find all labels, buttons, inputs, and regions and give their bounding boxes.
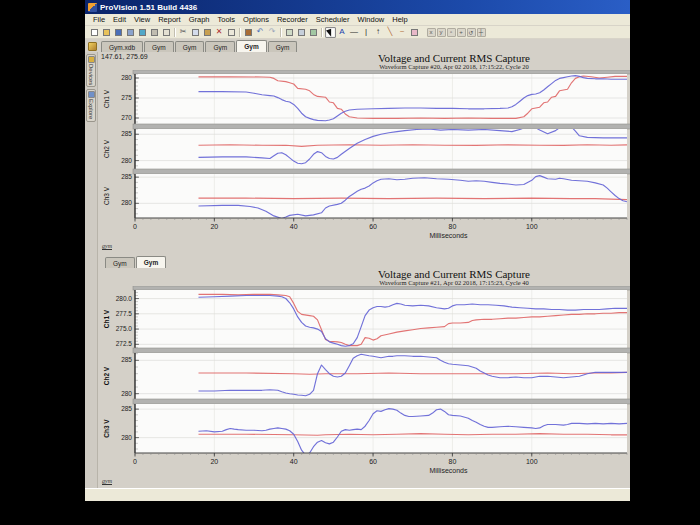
inner-tab-0[interactable]: Gym — [105, 257, 135, 268]
paste-special-icon-glyph — [228, 29, 235, 36]
toolbar-separator — [319, 27, 324, 38]
arrow-tool-icon[interactable]: ↑ — [373, 27, 384, 38]
graph-add-icon-glyph — [298, 29, 305, 36]
y-tick-label: 280 — [121, 434, 132, 441]
explorer-icon — [88, 91, 95, 98]
graph-add-icon[interactable] — [296, 27, 307, 38]
graph-grid-icon-glyph — [310, 29, 317, 36]
pointer-tool-icon[interactable] — [325, 27, 336, 38]
chart-subtitle: Waveform Capture #21, Apr 02 2018, 17:15… — [269, 279, 630, 286]
undo-icon[interactable]: ↶ — [255, 27, 266, 38]
x-tick-label: 60 — [369, 458, 377, 465]
doc-tab-1[interactable]: Gym — [144, 41, 174, 52]
panel-separator — [133, 169, 630, 174]
channel-label: Ch3 V — [103, 419, 110, 438]
export-icon[interactable] — [137, 27, 148, 38]
chart-2: Voltage and Current RMS Capture Waveform… — [99, 268, 630, 489]
chart-subtitle: Waveform Capture #20, Apr 02 2018, 17:15… — [269, 63, 630, 70]
new-icon[interactable] — [89, 27, 100, 38]
export-icon-glyph — [139, 29, 146, 36]
print-preview-icon[interactable] — [161, 27, 172, 38]
x-tick-label: 80 — [449, 223, 457, 230]
paste-special-icon[interactable] — [226, 27, 237, 38]
panel-bg — [135, 353, 627, 399]
vline-tool-icon[interactable]: | — [361, 27, 372, 38]
menu-edit[interactable]: Edit — [109, 15, 130, 24]
chart-plot-svg[interactable]: 280.0277.5275.0272.5Ch1 V285280Ch2 V2852… — [99, 286, 630, 481]
doc-tab-5[interactable]: Gym — [268, 41, 298, 52]
chart-plot-svg[interactable]: 280275270Ch1 V285280Ch2 V285280Ch3 V0204… — [99, 70, 630, 246]
open-folder-icon[interactable] — [101, 27, 112, 38]
x-tick-label: 80 — [449, 458, 457, 465]
menu-report[interactable]: Report — [154, 15, 185, 24]
delete-icon[interactable]: ✕ — [214, 27, 225, 38]
paste-icon[interactable] — [202, 27, 213, 38]
menu-scheduler[interactable]: Scheduler — [312, 15, 354, 24]
save-all-icon[interactable] — [125, 27, 136, 38]
diagonal-line-tool-icon[interactable]: ╲ — [385, 27, 396, 38]
inner-tabbar: GymGym — [99, 255, 166, 268]
copy-icon[interactable] — [190, 27, 201, 38]
titlebar[interactable]: ProVision 1.51 Build 4436 — [85, 0, 630, 14]
zoom-box-icon[interactable]: ▫ — [447, 28, 456, 37]
menu-recorder[interactable]: Recorder — [273, 15, 312, 24]
panel-bg — [135, 74, 627, 124]
graph-grid-icon[interactable] — [308, 27, 319, 38]
toolbar-separator — [237, 27, 242, 38]
inner-tab-1[interactable]: Gym — [136, 256, 166, 268]
menu-graph[interactable]: Graph — [185, 15, 214, 24]
y-tick-label: 280 — [121, 199, 132, 206]
new-icon-glyph — [91, 29, 98, 36]
menu-tools[interactable]: Tools — [214, 15, 240, 24]
menu-options[interactable]: Options — [239, 15, 273, 24]
y-tick-label: 280 — [121, 390, 132, 397]
pan-tool-icon[interactable]: + — [457, 28, 466, 37]
panel-separator — [133, 124, 630, 129]
x-tick-label: 40 — [290, 458, 298, 465]
toolbar-separator — [172, 27, 177, 38]
zoom-x-icon[interactable]: x — [427, 28, 436, 37]
text-tool-icon[interactable]: A — [337, 27, 348, 38]
pointer-arrow-glyph — [326, 27, 335, 36]
doc-tab-0[interactable]: Gym.xdb — [101, 41, 143, 52]
doc-tab-4[interactable]: Gym — [236, 40, 266, 52]
curve-tool-icon[interactable]: ~ — [397, 27, 408, 38]
panel-separator — [133, 348, 630, 353]
briefcase-icon[interactable] — [243, 27, 254, 38]
y-tick-label: 280.0 — [116, 295, 133, 302]
print-icon-glyph — [151, 29, 158, 36]
track-cursor-icon[interactable]: ┼ — [477, 28, 486, 37]
y-tick-label: 275.0 — [116, 325, 133, 332]
chart-plot[interactable]: 280.0277.5275.0272.5Ch1 V285280Ch2 V2852… — [99, 286, 630, 485]
toolbar: ✂✕↶↷A—|↑╲~xy▫+↺┼ — [85, 26, 630, 39]
zoom-y-icon[interactable]: y — [437, 28, 446, 37]
hline-tool-icon[interactable]: — — [349, 27, 360, 38]
panel-bg — [135, 129, 627, 169]
cut-icon[interactable]: ✂ — [178, 27, 189, 38]
chart-1: Voltage and Current RMS Capture Waveform… — [99, 52, 630, 255]
paste-icon-glyph — [204, 29, 211, 36]
print-icon[interactable] — [149, 27, 160, 38]
y-tick-label: 280 — [121, 74, 132, 81]
menu-file[interactable]: File — [89, 15, 109, 24]
statusbar — [85, 488, 630, 501]
channel-label: Ch2 V — [103, 366, 110, 385]
doc-tab-2[interactable]: Gym — [175, 41, 205, 52]
sidebar-tab-explore[interactable]: Explore — [86, 89, 96, 121]
doc-tab-3[interactable]: Gym — [205, 41, 235, 52]
y-tick-label: 285 — [121, 130, 132, 137]
annotation-tool-icon[interactable] — [409, 27, 420, 38]
sidebar-tab-devices[interactable]: Devices — [86, 54, 96, 87]
menu-view[interactable]: View — [130, 15, 154, 24]
redo-icon[interactable]: ↷ — [267, 27, 278, 38]
zoom-reset-icon[interactable]: ↺ — [467, 28, 476, 37]
content-area: 147.61, 275.69 Voltage and Current RMS C… — [99, 52, 630, 488]
menu-help[interactable]: Help — [388, 15, 411, 24]
save-icon[interactable] — [113, 27, 124, 38]
menu-window[interactable]: Window — [354, 15, 389, 24]
graph-icon[interactable] — [284, 27, 295, 38]
chart-plot[interactable]: 280275270Ch1 V285280Ch2 V285280Ch3 V0204… — [99, 70, 630, 250]
briefcase-icon-glyph — [245, 29, 252, 36]
y-tick-label: 285 — [121, 173, 132, 180]
sidebar-tab-label: Explore — [88, 99, 94, 119]
